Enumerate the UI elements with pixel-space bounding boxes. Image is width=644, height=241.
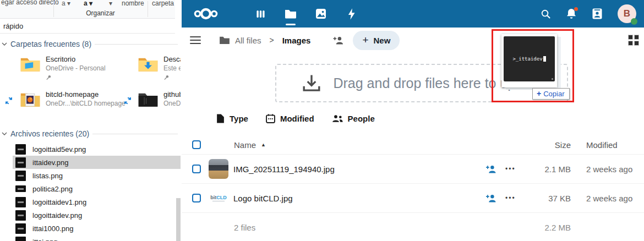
notification-dot [574,7,578,11]
file-name: ittaidev.png [32,158,69,167]
table-row[interactable]: bitCLD Logo bitCLD.jpg ••• 37 KB 2 weeks… [182,183,644,212]
document-icon [216,114,225,123]
activity-app-icon[interactable] [344,7,358,21]
folder-tile-bitcld-homepage[interactable]: bitcld-homepage OneDr...\bitCLD homepage [20,90,125,108]
section-title: Archivos recientes (20) [10,129,89,138]
table-header-row: Name ▲ Size Modified [182,135,644,154]
grid-view-toggle-icon[interactable] [628,35,639,46]
list-item[interactable]: logoittaidev1.png [13,195,181,209]
folder-tile-github[interactable]: github OneDri [138,90,181,108]
breadcrumb-current-folder[interactable]: Images [282,36,311,45]
ribbon-divider [148,1,148,17]
downloads-folder-icon [138,55,159,73]
calendar-icon [266,114,275,123]
share-icon[interactable] [485,194,497,203]
nextcloud-logo[interactable] [193,7,219,21]
file-thumbnail [15,171,26,181]
actions-menu-icon[interactable]: ••• [505,194,516,202]
column-header-modified[interactable]: Modified [586,140,618,150]
folder-location: OneDri [163,99,181,108]
file-name: logoittaidev1.png [32,198,86,206]
desktop-folder-icon [20,55,41,73]
file-name[interactable]: IMG_20251119_194940.jpg [233,165,335,174]
paste-shortcut-button[interactable]: egar acceso directo [1,0,59,6]
new-button[interactable]: + New [353,31,400,50]
ribbon-group-organizar: Organizar [66,9,135,17]
frequent-folders-header[interactable]: Carpetas frecuentes (8) [2,40,178,48]
column-header-name[interactable]: Name [234,140,256,150]
actions-menu-icon[interactable]: ••• [505,165,516,173]
list-item[interactable]: ittai.png [13,235,181,241]
photo-thumbnail [209,159,228,179]
plus-icon: + [362,34,368,46]
file-name: ittai1000.png [32,224,73,233]
file-name: logoittaidev.png [32,211,82,220]
filter-modified[interactable]: Modified [266,114,314,123]
row-checkbox[interactable] [192,165,201,173]
thumbnail-dot [552,78,553,80]
filter-people[interactable]: People [332,114,375,123]
pin-icon [163,74,170,80]
share-icon[interactable] [485,165,497,174]
ribbon-divider [53,1,54,17]
file-name: listas.png [32,172,63,180]
list-item[interactable]: politica2.png [13,182,181,195]
file-name[interactable]: Logo bitCLD.jpg [233,194,293,203]
folder-tile-escritorio[interactable]: Escritorio OneDrive - Personal [20,55,106,83]
list-item[interactable]: ittai1000.png [13,222,181,235]
file-thumbnail [15,157,26,168]
contacts-icon[interactable] [592,8,603,19]
list-item[interactable]: logoittaidev.png [13,209,181,222]
list-item-selected[interactable]: ittaidev.png [13,156,181,169]
folder-tile-descargas[interactable]: Descar Este eq [138,55,181,83]
file-modified: 2 weeks ago [586,194,632,203]
file-thumbnail [15,210,26,221]
ribbon-button-rename[interactable]: a ▾ [62,0,70,7]
explorer-scrollbar[interactable] [176,198,181,241]
thumb-text-bit: bit [210,195,216,200]
nextcloud-header: B [182,0,644,28]
recent-files-header[interactable]: Archivos recientes (20) [2,129,178,138]
ribbon-button-carpeta[interactable]: carpeta [152,0,174,7]
folder-location: OneDr...\bitCLD homepage [46,99,125,108]
filter-label: People [348,114,375,123]
column-header-size[interactable]: Size [555,140,571,150]
file-thumbnail [15,223,26,234]
section-rule [95,44,178,45]
recent-files-list: logoittaid5ev.png ittaidev.png listas.pn… [0,143,181,241]
table-row[interactable]: IMG_20251119_194940.jpg ••• 2.1 MB 2 wee… [182,154,644,183]
header-right-actions: B [541,4,636,23]
dragged-file-preview[interactable]: >_ittaidev [501,34,557,87]
share-folder-icon[interactable] [332,36,345,45]
files-count: 2 files [234,223,255,232]
ribbon-button-nombre[interactable]: nombre [122,0,144,7]
user-avatar[interactable]: B [618,4,636,23]
filter-label: Type [230,114,248,123]
row-checkbox[interactable] [192,194,201,202]
ribbon-button-more[interactable]: ▾ [109,0,112,7]
folder-name: bitcld-homepage [46,90,125,99]
folder-name: Descar [163,55,181,64]
search-icon[interactable] [541,9,551,19]
file-size: 37 KB [548,194,571,203]
files-app-icon[interactable] [283,7,298,21]
total-size: 2.2 MB [544,223,571,232]
dashboard-icon[interactable] [253,7,268,21]
select-all-checkbox[interactable] [192,140,201,149]
ribbon-button-select[interactable]: a ▾ [84,0,92,7]
address-segment[interactable]: rápido [3,22,23,30]
breadcrumb-all-files[interactable]: All files [235,36,261,45]
explorer-address-bar[interactable]: rápido [0,19,175,34]
breadcrumb-separator: > [270,36,274,45]
menu-icon[interactable] [190,36,201,44]
list-item[interactable]: listas.png [13,169,181,182]
filter-type[interactable]: Type [216,114,248,123]
notifications-bell-icon[interactable] [566,8,577,20]
breadcrumb-folder-icon[interactable] [219,36,230,45]
table-summary-row: 2 files 2.2 MB [182,212,644,241]
sort-ascending-icon[interactable]: ▲ [261,142,266,147]
photos-app-icon[interactable] [314,7,328,21]
file-thumbnail [15,144,26,155]
list-item[interactable]: logoittaid5ev.png [13,143,181,156]
nextcloud-window: B All files > Images + New Drag and drop… [182,0,644,241]
